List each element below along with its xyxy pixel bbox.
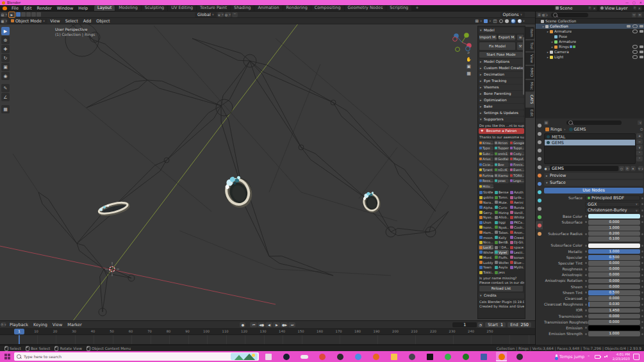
taskbar-clock[interactable]: 4:01 PM 2/23/2023 bbox=[613, 352, 630, 361]
supporter-name-gobliox[interactable]: gobliox bbox=[479, 195, 493, 200]
supporter-badge-tuppi[interactable]: Tuppi... bbox=[509, 146, 524, 151]
field-slider[interactable]: 0.000 bbox=[588, 284, 640, 290]
properties-tab-modifiers[interactable] bbox=[536, 179, 543, 188]
mode-dropdown[interactable]: Object Mode∨ bbox=[8, 19, 47, 24]
playback-play[interactable]: ▶ bbox=[273, 322, 280, 327]
supporter-name-lhun[interactable]: Lhun bbox=[479, 220, 493, 225]
supporter-name-wishes[interactable]: Wishes bbox=[479, 250, 493, 255]
section-eye-tracking[interactable]: Eye Tracking bbox=[479, 78, 524, 84]
supporter-badge-peas[interactable]: peas bbox=[494, 179, 509, 184]
taskbar-icon-chrome[interactable] bbox=[317, 352, 327, 361]
options-dropdown[interactable]: Options∨ bbox=[500, 12, 525, 17]
outliner-row-scene-collection[interactable]: Scene Collection bbox=[536, 19, 644, 24]
animate-dot[interactable] bbox=[641, 245, 643, 247]
outliner-editor-type-icon[interactable]: ☰ bbox=[537, 13, 541, 17]
supporter-badge-bee[interactable]: Bee bbox=[494, 162, 509, 167]
decorator-dot[interactable] bbox=[585, 315, 587, 317]
supporter-badge-furtnap[interactable]: Furtnap bbox=[479, 173, 493, 178]
supporter-name-str4fe[interactable]: Str4fe bbox=[479, 190, 493, 195]
supporter-name-honn[interactable]: honn... bbox=[479, 225, 493, 230]
animate-dot[interactable] bbox=[641, 333, 643, 335]
volume-icon[interactable] bbox=[604, 355, 607, 358]
perspective-toggle-icon[interactable]: ▦ bbox=[465, 70, 472, 77]
field-slider[interactable]: 0.000 bbox=[588, 320, 640, 325]
supporter-name-lyda[interactable]: Lyda... bbox=[509, 195, 524, 200]
field-color-swatch[interactable] bbox=[588, 214, 640, 219]
material-browse-icon[interactable]: ●∨ bbox=[545, 166, 550, 171]
supporter-name-aayla[interactable]: Aayla bbox=[494, 265, 509, 270]
menu-help[interactable]: Help bbox=[76, 6, 90, 11]
view-layer-unlink-icon[interactable]: ✕ bbox=[638, 6, 641, 10]
preview-range-icon[interactable]: ◔ bbox=[477, 322, 483, 327]
menu-render[interactable]: Render bbox=[34, 6, 54, 11]
outliner-filter-icon[interactable]: ▽ bbox=[632, 13, 636, 17]
supporter-badge-orels1[interactable]: orels1 bbox=[494, 151, 509, 156]
sidebar-tab-item[interactable]: Item bbox=[525, 27, 534, 39]
supporter-badge-millic[interactable]: Millic... bbox=[479, 184, 493, 189]
weather-widget-icon[interactable] bbox=[556, 354, 557, 359]
tool-select-box[interactable]: ▶ bbox=[1, 27, 10, 35]
outliner-row-armature[interactable]: ▸Armature bbox=[536, 39, 644, 44]
supporter-badge-krisu[interactable]: Krisu... bbox=[479, 140, 493, 145]
supporter-name-kally[interactable]: Kally bbox=[494, 235, 509, 240]
supporter-badge-torii[interactable]: TORII... bbox=[509, 173, 524, 178]
timeline-ruler[interactable]: 1 10203040506070809010011012013014015016… bbox=[0, 329, 535, 335]
material-name-field[interactable]: GEMS bbox=[550, 166, 618, 171]
taskbar-icon-obs-studio[interactable] bbox=[514, 352, 525, 361]
decorator-dot[interactable] bbox=[585, 280, 587, 282]
supporter-name-runda[interactable]: Runda bbox=[509, 205, 524, 210]
tool-scale[interactable]: ▣ bbox=[1, 63, 10, 71]
field-slider[interactable]: 0.000 bbox=[588, 220, 640, 225]
properties-tab-render[interactable] bbox=[536, 129, 543, 138]
field-slider[interactable]: 1.450 bbox=[588, 308, 640, 313]
decorator-dot[interactable] bbox=[585, 251, 587, 252]
taskbar-icon-task-view[interactable] bbox=[263, 352, 274, 361]
view-layer-new-icon[interactable]: ⎘ bbox=[634, 6, 636, 10]
animate-dot[interactable] bbox=[641, 256, 643, 258]
field-slider[interactable]: 0.500 bbox=[588, 290, 640, 295]
supporter-name-vanill[interactable]: Vanill... bbox=[509, 210, 524, 215]
supporter-badge-subc[interactable]: Subc... bbox=[479, 151, 493, 156]
playback-play-reverse[interactable]: ◀ bbox=[265, 322, 272, 327]
supporter-name-lexiii[interactable]: Lexiii... bbox=[509, 250, 524, 255]
properties-tab-data[interactable] bbox=[536, 213, 543, 221]
supporter-name-bense[interactable]: Bense... bbox=[494, 190, 509, 195]
scene-new-icon[interactable]: ⎘ bbox=[589, 6, 591, 10]
section-decimation[interactable]: Decimation bbox=[479, 72, 524, 78]
field-slider[interactable]: 0.000 bbox=[588, 314, 640, 319]
supporter-name-coolr[interactable]: Coolr... bbox=[509, 225, 524, 230]
animate-dot[interactable] bbox=[641, 327, 643, 329]
tray-overflow-chevron[interactable]: ⌃ bbox=[587, 355, 590, 359]
supporter-badge-tupper[interactable]: Tupper bbox=[494, 146, 509, 151]
taskbar-icon-steam[interactable] bbox=[281, 352, 292, 361]
animate-dot[interactable] bbox=[641, 315, 643, 317]
section-custom-model-creation[interactable]: Custom Model Creation bbox=[479, 65, 524, 71]
workspace-tab-layout[interactable]: Layout bbox=[94, 5, 115, 11]
select-mode-box[interactable] bbox=[21, 12, 26, 17]
taskbar-search[interactable]: Type here to search bbox=[14, 352, 259, 361]
viewport-editor-type-icon[interactable]: ▦∨ bbox=[1, 19, 7, 24]
maximize-button[interactable]: ▢ bbox=[632, 0, 636, 5]
pin-icon[interactable]: ⊙ bbox=[640, 127, 643, 132]
timeline-menu-keying[interactable]: Keying bbox=[31, 322, 50, 327]
supporter-name-hizing[interactable]: Hizing bbox=[494, 210, 509, 215]
new-material-icon[interactable]: ⎘ bbox=[625, 166, 630, 171]
workspace-tab-geometry-nodes[interactable]: Geometry Nodes bbox=[345, 5, 386, 11]
properties-tab-physics[interactable] bbox=[536, 196, 543, 204]
blender-menu-logo[interactable] bbox=[3, 6, 7, 10]
taskbar-icon-code-editor[interactable] bbox=[424, 352, 435, 361]
animate-dot[interactable] bbox=[641, 262, 643, 264]
animate-dot[interactable] bbox=[641, 215, 643, 217]
animate-dot[interactable] bbox=[641, 309, 643, 311]
supporter-badge-godfal[interactable]: Godfal bbox=[494, 157, 509, 162]
supporter-name-fluffs[interactable]: Fluffs. bbox=[494, 255, 509, 260]
supporter-badge-xiamu[interactable]: Xiamu bbox=[494, 173, 509, 178]
decorator-dot[interactable] bbox=[585, 245, 587, 247]
field-slider[interactable]: 1.000 bbox=[588, 331, 640, 336]
action-center-icon[interactable] bbox=[633, 354, 640, 360]
field-slider[interactable]: 1.000 bbox=[588, 249, 640, 254]
scene-unlink-icon[interactable]: ✕ bbox=[593, 6, 596, 10]
tool-add-cube[interactable]: ▦ bbox=[1, 105, 10, 113]
supporter-name-azuth[interactable]: Azuth bbox=[509, 190, 524, 195]
outliner-display-mode-icon[interactable]: ▤∨ bbox=[543, 13, 547, 17]
